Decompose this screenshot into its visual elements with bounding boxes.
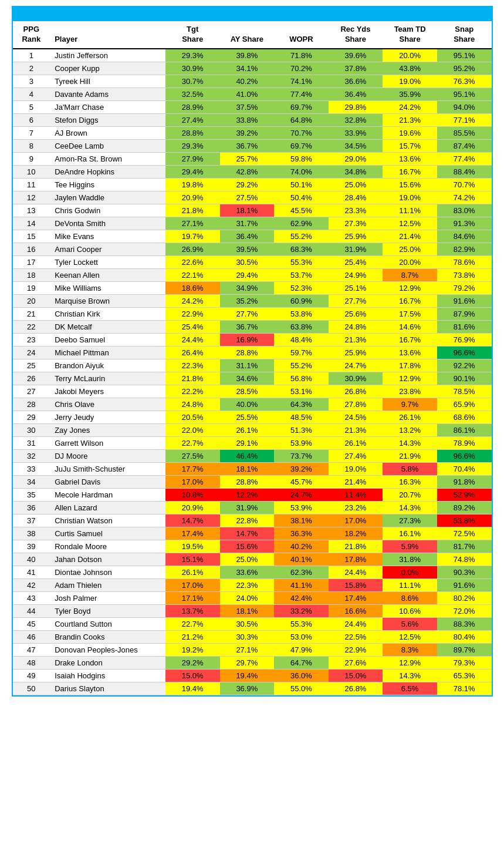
cell-rank: 9: [13, 152, 50, 165]
cell-tgt: 26.4%: [165, 346, 220, 359]
cell-ay: 41.0%: [220, 88, 275, 100]
cell-wopr: 40.2%: [274, 540, 329, 553]
cell-td: 31.8%: [383, 553, 437, 566]
cell-rec: 19.0%: [329, 462, 383, 475]
cell-ay: 22.3%: [220, 578, 275, 591]
table-row: 47 Donovan Peoples-Jones 19.2% 27.1% 47.…: [13, 643, 492, 656]
cell-snap: 94.0%: [437, 100, 492, 113]
cell-wopr: 53.1%: [274, 385, 329, 398]
cell-td: 12.9%: [383, 372, 437, 385]
cell-wopr: 42.4%: [274, 591, 329, 604]
cell-td: 14.3%: [383, 501, 437, 514]
cell-player: DeAndre Hopkins: [50, 165, 165, 178]
table-row: 43 Josh Palmer 17.1% 24.0% 42.4% 17.4% 8…: [13, 591, 492, 604]
table-row: 4 Davante Adams 32.5% 41.0% 77.4% 36.4% …: [13, 88, 492, 100]
cell-player: JuJu Smith-Schuster: [50, 462, 165, 475]
cell-rec: 17.4%: [329, 591, 383, 604]
cell-snap: 91.3%: [437, 217, 492, 230]
table-row: 24 Michael Pittman 26.4% 28.8% 59.7% 25.…: [13, 346, 492, 359]
cell-player: DK Metcalf: [50, 320, 165, 333]
table-row: 36 Allen Lazard 20.9% 31.9% 53.9% 23.2% …: [13, 501, 492, 514]
cell-player: Adam Thielen: [50, 578, 165, 591]
cell-player: Cooper Kupp: [50, 62, 165, 75]
cell-rec: 29.8%: [329, 100, 383, 113]
cell-rank: 37: [13, 514, 50, 527]
table-row: 23 Deebo Samuel 24.4% 16.9% 48.4% 21.3% …: [13, 333, 492, 346]
table-row: 11 Tee Higgins 19.8% 29.2% 50.1% 25.0% 1…: [13, 178, 492, 191]
cell-ay: 15.6%: [220, 540, 275, 553]
cell-snap: 86.1%: [437, 423, 492, 436]
cell-player: Tyreek Hill: [50, 75, 165, 88]
cell-snap: 91.6%: [437, 578, 492, 591]
cell-ay: 30.5%: [220, 255, 275, 268]
cell-snap: 96.6%: [437, 449, 492, 462]
cell-player: AJ Brown: [50, 126, 165, 139]
cell-td: 8.6%: [383, 591, 437, 604]
cell-snap: 81.7%: [437, 540, 492, 553]
cell-ay: 33.6%: [220, 566, 275, 578]
cell-rec: 26.8%: [329, 385, 383, 398]
table-row: 34 Gabriel Davis 17.0% 28.8% 45.7% 21.4%…: [13, 475, 492, 488]
cell-ay: 34.6%: [220, 372, 275, 385]
cell-player: Jaylen Waddle: [50, 191, 165, 204]
table-row: 42 Adam Thielen 17.0% 22.3% 41.1% 15.8% …: [13, 578, 492, 591]
cell-rank: 18: [13, 268, 50, 281]
table-row: 14 DeVonta Smith 27.1% 31.7% 62.9% 27.3%…: [13, 217, 492, 230]
cell-rec: 15.0%: [329, 669, 383, 682]
cell-ay: 28.8%: [220, 475, 275, 488]
cell-tgt: 19.8%: [165, 178, 220, 191]
cell-rec: 25.6%: [329, 307, 383, 320]
cell-rank: 26: [13, 372, 50, 385]
cell-rank: 8: [13, 139, 50, 152]
cell-snap: 74.8%: [437, 553, 492, 566]
cell-snap: 95.1%: [437, 88, 492, 100]
col-header-tgt: TgtShare: [165, 21, 220, 49]
cell-rank: 25: [13, 359, 50, 372]
cell-rec: 25.4%: [329, 255, 383, 268]
cell-player: Christian Kirk: [50, 307, 165, 320]
cell-td: 19.0%: [383, 191, 437, 204]
cell-rec: 28.4%: [329, 191, 383, 204]
cell-td: 19.0%: [383, 75, 437, 88]
cell-player: Deebo Samuel: [50, 333, 165, 346]
cell-td: 8.7%: [383, 268, 437, 281]
cell-tgt: 29.3%: [165, 139, 220, 152]
cell-tgt: 19.4%: [165, 682, 220, 695]
cell-td: 5.6%: [383, 617, 437, 630]
cell-rank: 7: [13, 126, 50, 139]
cell-ay: 27.7%: [220, 307, 275, 320]
cell-snap: 77.1%: [437, 113, 492, 126]
cell-wopr: 47.9%: [274, 643, 329, 656]
cell-tgt: 22.6%: [165, 255, 220, 268]
cell-rank: 23: [13, 333, 50, 346]
cell-wopr: 53.9%: [274, 436, 329, 449]
cell-rank: 29: [13, 411, 50, 423]
cell-player: DJ Moore: [50, 449, 165, 462]
cell-player: Diontae Johnson: [50, 566, 165, 578]
cell-tgt: 28.9%: [165, 100, 220, 113]
cell-player: Brandin Cooks: [50, 630, 165, 643]
cell-rank: 2: [13, 62, 50, 75]
cell-td: 14.6%: [383, 320, 437, 333]
cell-rank: 5: [13, 100, 50, 113]
cell-rec: 27.4%: [329, 449, 383, 462]
cell-player: Amon-Ra St. Brown: [50, 152, 165, 165]
cell-tgt: 19.5%: [165, 540, 220, 553]
table-row: 26 Terry McLaurin 21.8% 34.6% 56.8% 30.9…: [13, 372, 492, 385]
col-header-td: Team TDShare: [383, 21, 437, 49]
cell-wopr: 48.5%: [274, 411, 329, 423]
cell-rank: 32: [13, 449, 50, 462]
cell-rank: 24: [13, 346, 50, 359]
cell-snap: 78.5%: [437, 385, 492, 398]
cell-player: Michael Pittman: [50, 346, 165, 359]
table-row: 1 Justin Jefferson 29.3% 39.8% 71.8% 39.…: [13, 49, 492, 62]
cell-ay: 27.5%: [220, 191, 275, 204]
cell-rec: 21.3%: [329, 333, 383, 346]
cell-wopr: 45.5%: [274, 204, 329, 217]
cell-tgt: 20.5%: [165, 411, 220, 423]
cell-rec: 36.6%: [329, 75, 383, 88]
cell-rank: 31: [13, 436, 50, 449]
cell-wopr: 39.2%: [274, 462, 329, 475]
cell-snap: 68.6%: [437, 411, 492, 423]
cell-rank: 14: [13, 217, 50, 230]
